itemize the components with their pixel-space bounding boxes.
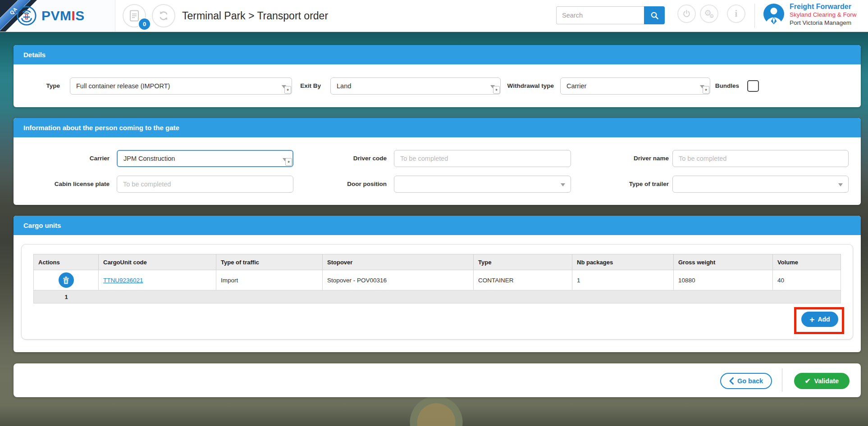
col-gross-weight: Gross weight <box>674 254 773 270</box>
type-of-trailer-label: Type of trailer <box>610 176 669 193</box>
breadcrumb-title: Terminal Park > Transport order <box>182 0 328 32</box>
type-cell: CONTAINER <box>474 270 572 290</box>
exit-by-label: Exit By <box>285 77 321 95</box>
add-button-label: Add <box>818 316 830 323</box>
search-input[interactable] <box>556 6 644 24</box>
action-bar: Go back ✔ Validate <box>14 363 861 397</box>
cargo-units-section-title: Cargo units <box>14 216 861 235</box>
user-info[interactable]: Freight Forwarder Skyland Clearing & For… <box>790 2 857 27</box>
type-select[interactable]: Full container release (IMPORT) * <box>70 77 292 95</box>
cabin-license-plate-label: Cabin license plate <box>37 176 110 193</box>
brand-part3: S <box>75 8 85 23</box>
exit-by-value: Land <box>337 82 351 90</box>
type-label: Type <box>19 77 60 95</box>
settings-button[interactable]: ⚙⚙ <box>700 5 718 23</box>
gate-info-section-title: Information about the person coming to t… <box>14 118 861 137</box>
bundles-label: Bundles <box>694 77 739 95</box>
withdrawal-type-value: Carrier <box>566 82 586 90</box>
brand-part1: PVM <box>41 8 72 23</box>
col-type: Type <box>474 254 572 270</box>
driver-name-input[interactable] <box>672 150 849 167</box>
go-back-button[interactable]: Go back <box>720 373 772 389</box>
driver-name-label: Driver name <box>610 150 669 167</box>
row-count: 1 <box>34 294 99 300</box>
exit-by-select[interactable]: Land * <box>330 77 501 95</box>
user-avatar[interactable] <box>763 4 784 24</box>
user-organization: Port Victoria Managem <box>790 19 857 27</box>
carrier-label: Carrier <box>55 150 110 167</box>
top-header: QA PVMIS 0 <box>0 0 868 32</box>
user-company: Skyland Clearing & Forw <box>790 11 857 19</box>
cargo-unit-link[interactable]: TTNU9236021 <box>103 277 143 284</box>
door-position-select[interactable] <box>394 176 571 193</box>
search-icon <box>650 11 659 20</box>
table-row: TTNU9236021 Import Stopover - POV00316 C… <box>34 270 841 290</box>
nb-packages-cell: 1 <box>572 270 674 290</box>
volume-cell: 40 <box>773 270 841 290</box>
withdrawal-type-select[interactable]: Carrier * <box>560 77 710 95</box>
validate-label: Validate <box>814 377 839 385</box>
table-footer-row: 1 <box>34 290 841 304</box>
pvmis-logo-icon[interactable] <box>16 5 37 26</box>
gate-info-section: Information about the person coming to t… <box>14 118 861 205</box>
notes-count-badge: 0 <box>138 18 151 31</box>
validate-button[interactable]: ✔ Validate <box>794 373 850 389</box>
table-header-row: Actions CargoUnit code Type of traffic S… <box>34 254 841 270</box>
col-type-of-traffic: Type of traffic <box>216 254 323 270</box>
user-role: Freight Forwarder <box>790 2 857 11</box>
door-position-label: Door position <box>328 176 387 193</box>
cargounit-code-cell: TTNU9236021 <box>99 270 216 290</box>
cargo-units-section: Cargo units Actions CargoUnit code Type … <box>14 216 861 352</box>
chevron-down-icon <box>561 183 565 186</box>
search-button[interactable] <box>644 6 665 24</box>
col-nb-packages: Nb packages <box>572 254 674 270</box>
document-icon <box>129 10 139 22</box>
bundles-checkbox[interactable] <box>747 80 759 92</box>
action-bar-divider <box>782 368 782 392</box>
required-marker: * <box>285 158 292 166</box>
check-icon: ✔ <box>805 377 811 385</box>
header-divider <box>754 4 755 28</box>
refresh-icon <box>158 10 169 21</box>
gross-weight-cell: 10880 <box>674 270 773 290</box>
delete-cargo-unit-button[interactable] <box>59 272 74 288</box>
table-footer-cell: 1 <box>34 290 841 304</box>
transport-order-page: QA PVMIS 0 <box>0 0 868 426</box>
col-cargounit-code: CargoUnit code <box>99 254 216 270</box>
actions-cell <box>34 270 99 290</box>
chevron-left-icon <box>729 377 734 385</box>
type-of-trailer-select[interactable] <box>672 176 849 193</box>
carrier-select[interactable]: JPM Construction * <box>117 150 293 167</box>
info-icon: i <box>735 8 738 19</box>
withdrawal-type-label: Withdrawal type <box>491 77 554 95</box>
trash-icon <box>63 276 69 284</box>
details-section: Details Type Full container release (IMP… <box>14 45 861 107</box>
cargo-units-table: Actions CargoUnit code Type of traffic S… <box>33 254 841 304</box>
driver-code-label: Driver code <box>333 150 387 167</box>
go-back-label: Go back <box>737 377 763 385</box>
driver-code-input[interactable] <box>394 150 571 167</box>
brand-name: PVMIS <box>41 8 85 23</box>
refresh-button[interactable] <box>152 4 175 27</box>
brand-panel: QA PVMIS <box>0 0 115 32</box>
info-button[interactable]: i <box>727 5 745 23</box>
cargo-units-panel: Actions CargoUnit code Type of traffic S… <box>21 244 853 340</box>
details-section-title: Details <box>14 45 861 64</box>
cabin-license-plate-input[interactable] <box>117 176 293 193</box>
gears-icon: ⚙⚙ <box>704 9 714 19</box>
chevron-down-icon <box>838 183 843 186</box>
plus-icon: + <box>809 315 814 324</box>
carrier-value: JPM Construction <box>123 155 175 162</box>
add-cargo-unit-button[interactable]: + Add <box>801 312 838 327</box>
stopover-cell: Stopover - POV00316 <box>323 270 474 290</box>
type-of-traffic-cell: Import <box>216 270 323 290</box>
type-value: Full container release (IMPORT) <box>76 82 170 90</box>
col-actions: Actions <box>34 254 99 270</box>
logout-button[interactable] <box>677 5 696 23</box>
col-stopover: Stopover <box>323 254 474 270</box>
person-icon <box>763 4 784 24</box>
col-volume: Volume <box>773 254 841 270</box>
power-icon <box>682 9 691 18</box>
